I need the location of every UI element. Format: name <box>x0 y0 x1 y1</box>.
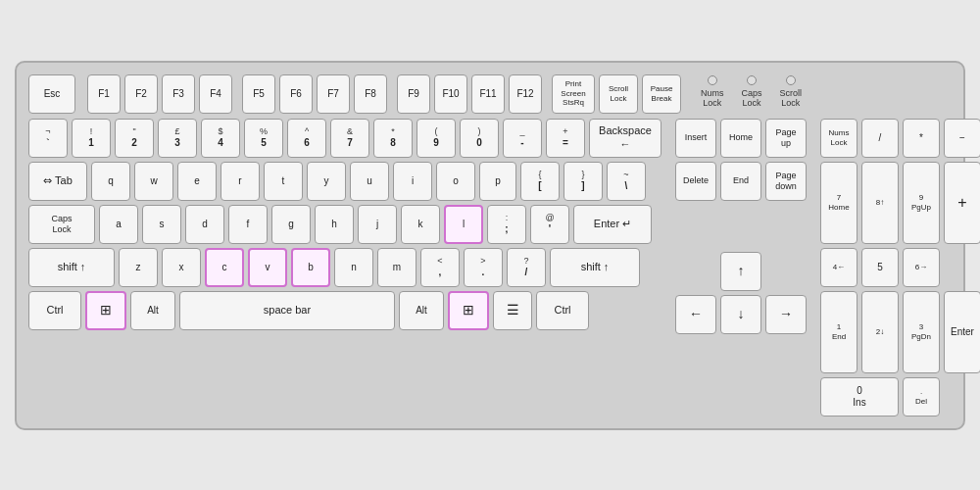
numpad-slash-key[interactable]: / <box>861 119 899 158</box>
pause-break-key[interactable]: PauseBreak <box>642 74 681 114</box>
numpad-1-key[interactable]: 1End <box>820 291 858 373</box>
numpad-3-key[interactable]: 3PgDn <box>903 291 940 373</box>
e-key[interactable]: e <box>177 162 217 201</box>
2-key[interactable]: " 2 <box>115 119 154 158</box>
enter-key[interactable]: Enter ↵ <box>573 205 652 244</box>
f8-key[interactable]: F8 <box>354 74 387 114</box>
6-key[interactable]: ^ 6 <box>287 119 326 158</box>
numpad-2-key[interactable]: 2↓ <box>861 291 899 373</box>
q-key[interactable]: q <box>91 162 130 201</box>
f12-key[interactable]: F12 <box>509 74 542 114</box>
space-key[interactable]: space bar <box>179 291 395 330</box>
c-key[interactable]: c <box>205 248 244 287</box>
close-bracket-key[interactable]: } ] <box>564 162 603 201</box>
s-key[interactable]: s <box>142 205 181 244</box>
period-key[interactable]: > . <box>464 248 503 287</box>
left-shift-key[interactable]: shift ↑ <box>28 248 115 287</box>
l-key[interactable]: l <box>444 205 483 244</box>
backslash-key[interactable]: ~ \ <box>607 162 646 201</box>
n-key[interactable]: n <box>334 248 373 287</box>
g-key[interactable]: g <box>271 205 311 244</box>
left-win-key[interactable]: ⊞ <box>85 291 126 330</box>
k-key[interactable]: k <box>401 205 440 244</box>
end-key[interactable]: End <box>720 162 761 201</box>
numpad-8-key[interactable]: 8↑ <box>861 162 899 244</box>
numpad-numlock-key[interactable]: NumsLock <box>820 119 858 158</box>
delete-key[interactable]: Delete <box>675 162 716 201</box>
right-ctrl-key[interactable]: Ctrl <box>536 291 589 330</box>
numpad-star-key[interactable]: * <box>903 119 940 158</box>
page-down-key[interactable]: Pagedown <box>765 162 807 201</box>
numpad-7-key[interactable]: 7Home <box>820 162 858 244</box>
f5-key[interactable]: F5 <box>242 74 275 114</box>
numpad-enter-key[interactable]: Enter <box>944 291 980 373</box>
f6-key[interactable]: F6 <box>279 74 313 114</box>
d-key[interactable]: d <box>185 205 224 244</box>
a-key[interactable]: a <box>99 205 138 244</box>
left-alt-key[interactable]: Alt <box>130 291 175 330</box>
minus-key[interactable]: _ - <box>503 119 542 158</box>
o-key[interactable]: o <box>436 162 475 201</box>
slash-key[interactable]: ? / <box>507 248 546 287</box>
8-key[interactable]: * 8 <box>373 119 413 158</box>
down-arrow-key[interactable]: ↓ <box>720 295 761 334</box>
9-key[interactable]: ( 9 <box>416 119 456 158</box>
numpad-6-key[interactable]: 6→ <box>903 248 940 287</box>
f2-key[interactable]: F2 <box>124 74 158 114</box>
f1-key[interactable]: F1 <box>87 74 121 114</box>
backtick-key[interactable]: ¬ ` <box>28 119 68 158</box>
backspace-key[interactable]: Backspace ← <box>589 119 662 158</box>
z-key[interactable]: z <box>119 248 158 287</box>
b-key[interactable]: b <box>291 248 330 287</box>
f11-key[interactable]: F11 <box>471 74 505 114</box>
t-key[interactable]: t <box>264 162 303 201</box>
right-alt-key[interactable]: Alt <box>399 291 444 330</box>
scroll-lock-key[interactable]: ScrollLock <box>599 74 638 114</box>
x-key[interactable]: x <box>162 248 201 287</box>
f7-key[interactable]: F7 <box>317 74 350 114</box>
quote-key[interactable]: @ ' <box>530 205 569 244</box>
up-arrow-key[interactable]: ↑ <box>720 252 761 291</box>
semicolon-key[interactable]: : ; <box>487 205 526 244</box>
equals-key[interactable]: + = <box>546 119 585 158</box>
w-key[interactable]: w <box>134 162 173 201</box>
i-key[interactable]: i <box>393 162 432 201</box>
tab-key[interactable]: ⇔ Tab <box>28 162 87 201</box>
p-key[interactable]: p <box>479 162 516 201</box>
h-key[interactable]: h <box>315 205 354 244</box>
home-key[interactable]: Home <box>720 119 761 158</box>
left-arrow-key[interactable]: ← <box>675 295 716 334</box>
numpad-dot-key[interactable]: .Del <box>903 377 940 416</box>
menu-key[interactable]: ☰ <box>493 291 532 330</box>
caps-lock-key[interactable]: CapsLock <box>28 205 95 244</box>
j-key[interactable]: j <box>358 205 397 244</box>
numpad-9-key[interactable]: 9PgUp <box>903 162 940 244</box>
insert-key[interactable]: Insert <box>675 119 716 158</box>
3-key[interactable]: £ 3 <box>158 119 197 158</box>
u-key[interactable]: u <box>350 162 389 201</box>
r-key[interactable]: r <box>220 162 260 201</box>
f9-key[interactable]: F9 <box>397 74 430 114</box>
0-key[interactable]: ) 0 <box>460 119 499 158</box>
right-arrow-key[interactable]: → <box>765 295 807 334</box>
numpad-4-key[interactable]: 4← <box>820 248 858 287</box>
open-bracket-key[interactable]: { [ <box>520 162 560 201</box>
f3-key[interactable]: F3 <box>162 74 195 114</box>
numpad-minus-key[interactable]: − <box>944 119 980 158</box>
y-key[interactable]: y <box>307 162 346 201</box>
numpad-5-key[interactable]: 5 <box>861 248 899 287</box>
4-key[interactable]: $ 4 <box>201 119 240 158</box>
7-key[interactable]: & 7 <box>330 119 369 158</box>
comma-key[interactable]: < , <box>420 248 460 287</box>
f4-key[interactable]: F4 <box>199 74 232 114</box>
1-key[interactable]: ! 1 <box>72 119 111 158</box>
numpad-0-key[interactable]: 0Ins <box>820 377 899 416</box>
page-up-key[interactable]: Pageup <box>765 119 807 158</box>
5-key[interactable]: % 5 <box>244 119 283 158</box>
v-key[interactable]: v <box>248 248 287 287</box>
right-win-key[interactable]: ⊞ <box>448 291 489 330</box>
m-key[interactable]: m <box>377 248 416 287</box>
print-screen-key[interactable]: PrintScreenStsRq <box>552 74 595 114</box>
esc-key[interactable]: Esc <box>28 74 75 114</box>
numpad-plus-key[interactable]: + <box>944 162 980 244</box>
